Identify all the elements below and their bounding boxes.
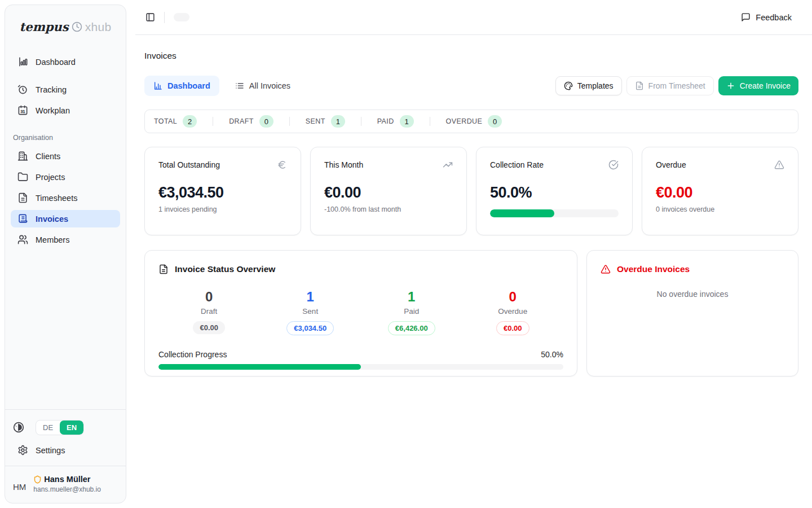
list-icon bbox=[235, 81, 244, 90]
timer-icon bbox=[17, 84, 28, 95]
card-title: Total Outstanding bbox=[158, 160, 220, 169]
sidebar-item-label: Timesheets bbox=[36, 194, 77, 203]
strip-divider bbox=[289, 117, 290, 126]
card-subtitle: 1 invoices pending bbox=[158, 205, 287, 213]
collection-rate-progress-fill bbox=[490, 209, 554, 217]
feedback-label: Feedback bbox=[756, 13, 792, 22]
sidebar-section-organisation: Organisation bbox=[11, 122, 120, 147]
tab-dashboard[interactable]: Dashboard bbox=[144, 76, 219, 96]
tab-all-invoices[interactable]: All Invoices bbox=[226, 76, 299, 96]
circle-check-icon bbox=[608, 160, 619, 170]
strip-label: DRAFT bbox=[229, 117, 254, 125]
sidebar-item-invoices[interactable]: Invoices bbox=[11, 210, 120, 227]
stat-amount-pill: €6,426.00 bbox=[388, 321, 435, 335]
strip-count-badge: 0 bbox=[259, 115, 273, 128]
create-invoice-button[interactable]: Create Invoice bbox=[718, 76, 798, 95]
collection-progress-label: Collection Progress bbox=[158, 350, 227, 359]
stat-amount-pill: €3,034.50 bbox=[286, 321, 334, 335]
receipt-icon bbox=[17, 213, 28, 224]
stat-sent: 1 Sent €3,034.50 bbox=[260, 289, 361, 335]
sidebar-item-label: Members bbox=[36, 235, 69, 244]
strip-label: OVERDUE bbox=[446, 117, 483, 125]
card-collection-rate: Collection Rate 50.0% bbox=[476, 147, 633, 235]
alert-triangle-icon bbox=[601, 264, 611, 274]
stat-label: Draft bbox=[158, 307, 260, 316]
topbar: Feedback bbox=[135, 0, 812, 35]
strip-total: TOTAL 2 bbox=[154, 115, 197, 128]
stat-count: 0 bbox=[462, 289, 564, 305]
card-title: Overdue bbox=[656, 160, 686, 169]
panel-title: Overdue Invoices bbox=[617, 264, 690, 274]
feedback-button[interactable]: Feedback bbox=[736, 9, 796, 25]
file-text-icon bbox=[158, 264, 169, 274]
card-total-outstanding: Total Outstanding €3,034.50 1 invoices p… bbox=[144, 147, 301, 235]
stat-count: 1 bbox=[260, 289, 361, 305]
sidebar-item-workplan[interactable]: 31 Workplan bbox=[11, 102, 120, 119]
sidebar-item-tracking[interactable]: Tracking bbox=[11, 81, 120, 98]
language-option-en[interactable]: EN bbox=[60, 421, 83, 435]
collection-progress-fill bbox=[158, 364, 361, 370]
stat-paid: 1 Paid €6,426.00 bbox=[361, 289, 462, 335]
sidebar-item-dashboard[interactable]: Dashboard bbox=[11, 53, 120, 71]
from-timesheet-button[interactable]: From Timesheet bbox=[626, 76, 714, 95]
sidebar-item-projects[interactable]: Projects bbox=[11, 168, 120, 186]
strip-draft: DRAFT 0 bbox=[229, 115, 273, 128]
strip-overdue: OVERDUE 0 bbox=[446, 115, 502, 128]
strip-divider bbox=[361, 117, 361, 126]
sidebar-item-settings[interactable]: Settings bbox=[11, 441, 120, 460]
svg-text:31: 31 bbox=[21, 110, 25, 114]
main-content: Invoices Dashboard All Invoices Template… bbox=[135, 35, 812, 376]
users-icon bbox=[17, 234, 28, 245]
sidebar-item-label: Tracking bbox=[36, 85, 67, 94]
sidebar-item-timesheets[interactable]: Timesheets bbox=[11, 189, 120, 207]
sidebar-toggle-icon[interactable] bbox=[142, 9, 158, 25]
card-this-month: This Month €0.00 -100.0% from last month bbox=[310, 147, 467, 235]
stat-label: Sent bbox=[260, 307, 361, 316]
sidebar-item-label: Invoices bbox=[36, 214, 68, 224]
card-title: Collection Rate bbox=[490, 160, 544, 169]
logo-tempus: tempus bbox=[20, 20, 69, 34]
sidebar-footer: DE EN Settings bbox=[5, 409, 126, 466]
strip-divider bbox=[430, 117, 430, 126]
sidebar-item-label: Dashboard bbox=[36, 58, 76, 67]
card-subtitle: -100.0% from last month bbox=[324, 205, 453, 213]
breadcrumb-skeleton bbox=[174, 13, 189, 21]
building-icon bbox=[17, 151, 28, 161]
strip-count-badge: 1 bbox=[331, 115, 345, 128]
theme-contrast-icon[interactable] bbox=[13, 422, 24, 433]
sidebar-item-clients[interactable]: Clients bbox=[11, 147, 120, 165]
file-icon bbox=[635, 81, 644, 90]
sidebar-item-label: Clients bbox=[36, 152, 60, 161]
stat-draft: 0 Draft €0.00 bbox=[158, 289, 260, 335]
alert-triangle-icon bbox=[774, 160, 784, 170]
chart-column-icon bbox=[17, 56, 28, 67]
stat-amount-pill: €0.00 bbox=[193, 321, 225, 334]
user-card[interactable]: HM Hans Müller hans.mueller@xhub.io bbox=[5, 466, 126, 503]
collection-progressbar bbox=[158, 364, 563, 370]
card-value: 50.0% bbox=[490, 184, 619, 202]
templates-label: Templates bbox=[577, 81, 614, 90]
settings-label: Settings bbox=[36, 446, 65, 455]
sidebar-item-members[interactable]: Members bbox=[11, 231, 120, 248]
file-text-icon bbox=[17, 192, 28, 203]
message-bubble-icon bbox=[741, 12, 751, 22]
sidebar-nav: Dashboard Tracking 31 Workplan Organisat… bbox=[5, 40, 126, 252]
collection-rate-progressbar bbox=[490, 209, 619, 217]
strip-sent: SENT 1 bbox=[306, 115, 345, 128]
strip-count-badge: 0 bbox=[488, 115, 502, 128]
tab-label: All Invoices bbox=[249, 81, 290, 90]
language-option-de[interactable]: DE bbox=[36, 421, 60, 435]
view-tabs: Dashboard All Invoices bbox=[144, 76, 299, 96]
stat-amount-pill: €0.00 bbox=[496, 321, 529, 335]
invoice-status-strip: TOTAL 2 DRAFT 0 SENT 1 PAID 1 OVERDUE 0 bbox=[144, 110, 798, 133]
strip-divider bbox=[213, 117, 213, 126]
strip-label: PAID bbox=[377, 117, 394, 125]
strip-paid: PAID 1 bbox=[377, 115, 414, 128]
gear-icon bbox=[17, 445, 28, 456]
from-timesheet-label: From Timesheet bbox=[648, 81, 705, 90]
palette-icon bbox=[564, 81, 573, 90]
stat-overdue: 0 Overdue €0.00 bbox=[462, 289, 564, 335]
trending-up-icon bbox=[443, 160, 453, 170]
card-value: €0.00 bbox=[324, 184, 453, 202]
templates-button[interactable]: Templates bbox=[555, 76, 622, 95]
